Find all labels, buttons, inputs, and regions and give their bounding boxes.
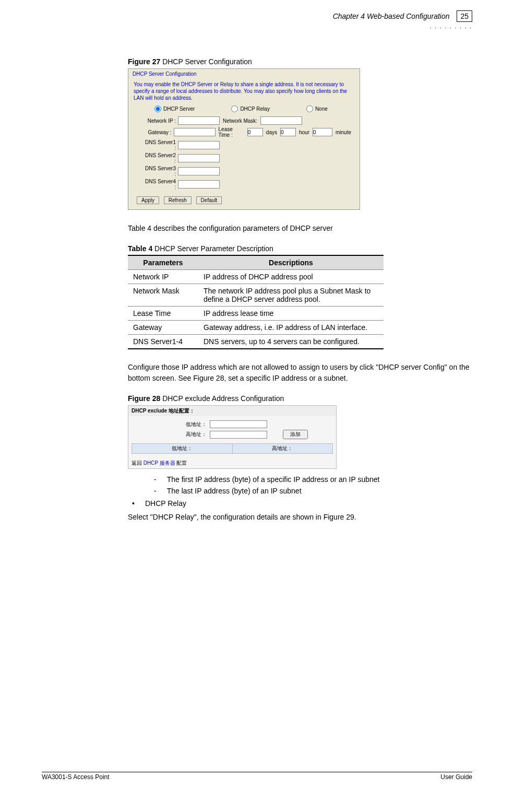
- network-ip-label: Network IP :: [144, 118, 178, 124]
- low-addr-input[interactable]: [210, 420, 267, 428]
- paragraph-dhcp-relay: Select "DHCP Relay", the configuration d…: [128, 512, 470, 523]
- high-addr-input[interactable]: [210, 431, 267, 439]
- gateway-label: Gateway :: [144, 130, 174, 135]
- dns1-label: DNS Server1 :: [144, 139, 178, 151]
- radio-none[interactable]: None: [306, 105, 328, 112]
- table-row: GatewayGateway address, i.e. IP address …: [128, 321, 384, 335]
- radio-none-input[interactable]: [306, 105, 313, 112]
- fig28-title: DHCP exclude 地址配置：: [128, 406, 336, 416]
- hour-label: hour: [296, 130, 313, 135]
- dns3-input[interactable]: [178, 167, 220, 175]
- dash-item-first-ip: The first IP address (byte) of a specifi…: [154, 475, 470, 484]
- paragraph-table4-intro: Table 4 describes the configuration para…: [128, 223, 470, 234]
- page-number: 25: [457, 10, 472, 22]
- radio-dhcp-server-input[interactable]: [154, 105, 161, 112]
- lease-days-input[interactable]: [247, 128, 263, 136]
- dns2-input[interactable]: [178, 154, 220, 162]
- page-header: Chapter 4 Web-based Configuration 25: [42, 10, 472, 22]
- table-row: Lease TimeIP address lease time: [128, 307, 384, 321]
- add-button[interactable]: 添加: [283, 430, 308, 439]
- figure27-caption: Figure 27 DHCP Server Configuration: [128, 57, 470, 66]
- fig28-table: 低地址：高地址：: [132, 443, 333, 454]
- figure27-screenshot: DHCP Server Configuration You may enable…: [128, 68, 360, 210]
- dns3-label: DNS Server3 :: [144, 166, 178, 177]
- paragraph-fig28-intro: Configure those IP address which are not…: [128, 362, 470, 384]
- table4: Parameters Descriptions Network IPIP add…: [128, 255, 384, 349]
- footer-left: WA3001-S Access Point: [42, 773, 110, 781]
- low-addr-label: 低地址：: [132, 421, 210, 428]
- dns2-label: DNS Server2 :: [144, 152, 178, 164]
- network-mask-input[interactable]: [260, 116, 302, 125]
- days-label: days: [263, 130, 280, 135]
- table-header-row: Parameters Descriptions: [128, 255, 384, 270]
- bullet-dhcp-relay: DHCP Relay: [132, 499, 470, 508]
- high-addr-label: 高地址：: [132, 431, 210, 438]
- th-parameters: Parameters: [128, 255, 198, 270]
- gateway-input[interactable]: [174, 128, 216, 136]
- lease-min-input[interactable]: [313, 128, 332, 136]
- radio-dhcp-server[interactable]: DHCP Server: [154, 105, 195, 112]
- chapter-title: Chapter 4 Web-based Configuration: [333, 12, 450, 20]
- figure28-screenshot: DHCP exclude 地址配置： 低地址： 高地址：添加 低地址：高地址： …: [128, 405, 337, 469]
- fig28-return-link[interactable]: 返回 DHCP 服务器 配置: [128, 458, 336, 468]
- figure28-caption: Figure 28 DHCP exclude Address Configura…: [128, 394, 470, 403]
- dash-item-last-ip: The last IP address (byte) of an IP subn…: [154, 487, 470, 495]
- radio-dhcp-relay-input[interactable]: [231, 105, 238, 112]
- table-row: Network IPIP address of DHCP address poo…: [128, 270, 384, 284]
- header-decoration: · · · · · · · · ·: [430, 25, 472, 31]
- fig27-box-title: DHCP Server Configuration: [128, 69, 360, 78]
- dns4-input[interactable]: [178, 180, 220, 189]
- th-descriptions: Descriptions: [198, 255, 384, 270]
- network-ip-input[interactable]: [178, 116, 220, 125]
- lease-hours-input[interactable]: [280, 128, 296, 136]
- dns4-label: DNS Server4 :: [144, 179, 178, 190]
- page-footer: WA3001-S Access Point User Guide: [42, 772, 472, 781]
- dns1-input[interactable]: [178, 141, 220, 149]
- table4-caption: Table 4 DHCP Server Parameter Descriptio…: [128, 244, 470, 253]
- lease-time-label: Lease Time :: [216, 126, 247, 138]
- table-row: DNS Server1-4DNS servers, up to 4 server…: [128, 335, 384, 349]
- apply-button[interactable]: Apply: [137, 196, 159, 204]
- fig28-th-low: 低地址：: [132, 444, 233, 454]
- network-mask-label: Network Mask:: [220, 118, 260, 124]
- default-button[interactable]: Default: [196, 196, 222, 204]
- footer-right: User Guide: [440, 773, 472, 781]
- fig28-th-high: 高地址：: [232, 444, 333, 454]
- refresh-button[interactable]: Refresh: [164, 196, 192, 204]
- table-row: Network MaskThe network IP address pool …: [128, 284, 384, 307]
- radio-dhcp-relay[interactable]: DHCP Relay: [231, 105, 270, 112]
- fig27-description: You may enable the DHCP Server or Relay …: [134, 81, 354, 101]
- minute-label: minute: [332, 130, 354, 135]
